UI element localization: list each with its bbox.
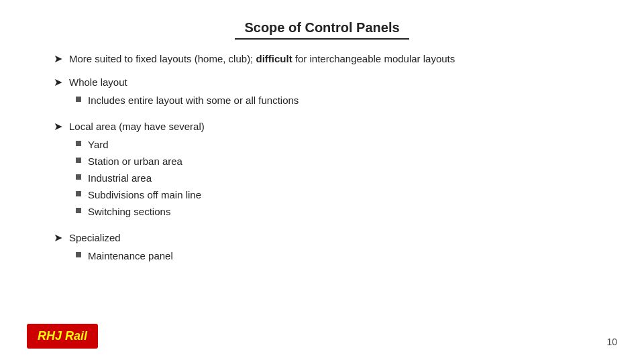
sub-text-3-4: Subdivisions off main line	[88, 188, 201, 202]
sub-text-3-2: Station or urban area	[88, 154, 182, 168]
sub-list-4: Maintenance panel	[69, 249, 173, 263]
bullet-arrow-2: ➤	[54, 76, 62, 88]
logo-section: RHJ Rail	[27, 324, 98, 349]
content-area: ➤ More suited to fixed layouts (home, cl…	[40, 52, 604, 265]
rhj-rail-logo: RHJ Rail	[27, 324, 98, 349]
sub-bullet-icon	[76, 174, 81, 180]
sub-text-4-1: Maintenance panel	[88, 249, 173, 263]
slide: Scope of Control Panels ➤ More suited to…	[0, 0, 644, 362]
sub-item-3-3: Industrial area	[76, 171, 205, 185]
bullet-4-content: Specialized Maintenance panel	[69, 231, 173, 265]
sub-bullet-icon	[76, 208, 81, 213]
bullet-arrow-4: ➤	[54, 231, 62, 244]
title-underline	[235, 38, 409, 40]
bullet-3-content: Local area (may have several) Yard Stati…	[69, 119, 205, 221]
bullet-text-3: Local area (may have several)	[69, 121, 205, 132]
sub-bullet-icon	[76, 252, 81, 257]
slide-title: Scope of Control Panels	[244, 20, 399, 36]
bullet-arrow-3: ➤	[54, 120, 62, 133]
page-number: 10	[606, 337, 617, 347]
sub-bullet-icon	[76, 141, 81, 146]
sub-list-3: Yard Station or urban area Industrial ar…	[69, 137, 205, 219]
bold-difficult: difficult	[256, 53, 292, 64]
sub-bullet-icon	[76, 191, 81, 196]
sub-bullet-icon	[76, 158, 81, 163]
sub-item-4-1: Maintenance panel	[76, 249, 173, 263]
bullet-item-4: ➤ Specialized Maintenance panel	[54, 231, 604, 265]
sub-text-2-1: Includes entire layout with some or all …	[88, 93, 299, 107]
sub-text-3-5: Switching sections	[88, 204, 170, 219]
sub-item-3-5: Switching sections	[76, 204, 205, 219]
bullet-text-1: More suited to fixed layouts (home, club…	[69, 52, 455, 66]
bullet-item-1: ➤ More suited to fixed layouts (home, cl…	[54, 52, 604, 66]
sub-item-3-1: Yard	[76, 137, 205, 152]
bullet-text-2: Whole layout	[69, 76, 127, 88]
bullet-item-3: ➤ Local area (may have several) Yard Sta…	[54, 119, 604, 221]
sub-item-2-1: Includes entire layout with some or all …	[76, 93, 299, 107]
bullet-text-4: Specialized	[69, 232, 121, 243]
bullet-2-content: Whole layout Includes entire layout with…	[69, 75, 299, 110]
bullet-item-2: ➤ Whole layout Includes entire layout wi…	[54, 75, 604, 110]
sub-text-3-3: Industrial area	[88, 171, 152, 185]
bullet-arrow-1: ➤	[54, 52, 62, 65]
sub-item-3-4: Subdivisions off main line	[76, 188, 205, 202]
sub-text-3-1: Yard	[88, 137, 109, 152]
sub-item-3-2: Station or urban area	[76, 154, 205, 168]
sub-bullet-icon	[76, 97, 81, 102]
sub-list-2: Includes entire layout with some or all …	[69, 93, 299, 107]
title-section: Scope of Control Panels	[40, 20, 604, 40]
